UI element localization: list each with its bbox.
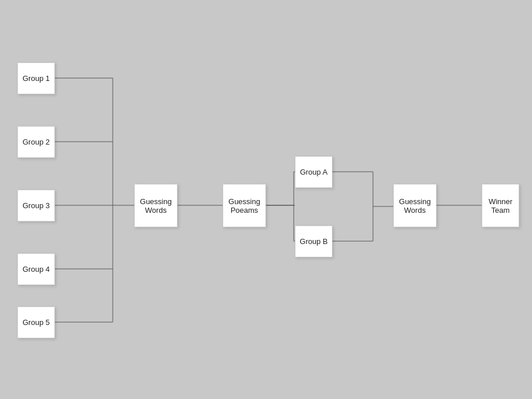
guessing-poeams-label: Guessing Poeams [228,197,260,215]
groupB-node: Group B [295,226,332,257]
group5-label: Group 5 [23,318,50,327]
guessing-poeams-node: Guessing Poeams [223,184,266,227]
group2-label: Group 2 [23,138,50,146]
group1-label: Group 1 [23,74,50,83]
group3-node: Group 3 [17,190,55,221]
group3-label: Group 3 [23,201,50,210]
group4-label: Group 4 [23,265,50,274]
guessing-words-1-node: Guessing Words [134,184,178,227]
groupA-label: Group A [300,168,328,176]
group4-node: Group 4 [17,253,55,285]
guessing-words-2-node: Guessing Words [393,184,437,227]
group2-node: Group 2 [17,126,55,158]
guessing-words-1-label: Guessing Words [140,197,172,215]
group5-node: Group 5 [17,306,55,338]
groupB-label: Group B [300,237,327,246]
groupA-node: Group A [295,156,332,188]
group1-node: Group 1 [17,62,55,94]
winner-team-node: Winner Team [482,184,519,227]
guessing-words-2-label: Guessing Words [399,197,431,215]
winner-team-label: Winner Team [489,197,512,215]
